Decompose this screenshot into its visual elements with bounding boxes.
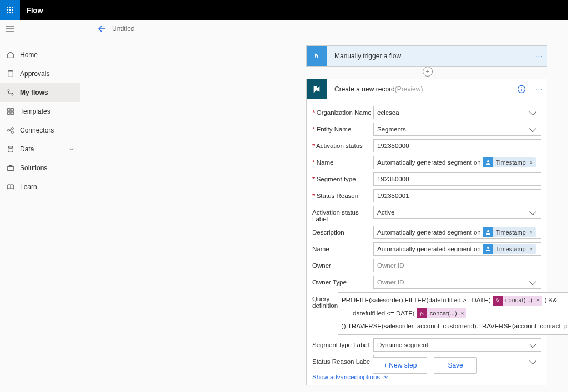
approvals-icon <box>7 70 14 78</box>
dynamic-content-icon <box>483 157 493 167</box>
sidebar-item-approvals[interactable]: Approvals <box>0 64 80 83</box>
info-icon[interactable] <box>517 85 526 94</box>
row-segment-type-label: Segment type Label Dynamic segment <box>312 338 541 352</box>
sidebar-item-label: Learn <box>20 183 37 191</box>
row-name-2: Name Automatically generated segment on … <box>312 242 541 256</box>
sidebar-item-home[interactable]: Home <box>0 45 80 64</box>
svg-point-23 <box>8 146 13 149</box>
svg-rect-24 <box>8 166 14 170</box>
svg-rect-7 <box>9 12 11 13</box>
sidebar-item-solutions[interactable]: Solutions <box>0 159 80 177</box>
status-reason-input[interactable]: 192350001 <box>373 189 541 202</box>
svg-point-14 <box>8 90 9 91</box>
subheader: Untitled <box>0 20 568 38</box>
row-description: Description Automatically generated segm… <box>312 226 541 239</box>
row-query-definition: Query definition PROFILE(salesorder).FIL… <box>312 292 541 335</box>
dynamic-content-icon <box>483 227 493 237</box>
row-owner-type: Owner Type Owner ID <box>312 276 541 289</box>
sidebar-item-label: Data <box>20 145 34 153</box>
templates-icon <box>7 108 14 115</box>
topbar: Flow <box>0 0 568 20</box>
name2-input[interactable]: Automatically generated segment on Times… <box>373 242 541 256</box>
sidebar: Home Approvals My flows Templates Connec… <box>0 38 80 392</box>
fx-icon: fx <box>493 296 503 306</box>
svg-rect-5 <box>12 9 13 11</box>
trigger-title: Manually trigger a flow <box>334 52 531 60</box>
timestamp-token[interactable]: Timestamp × <box>483 244 536 254</box>
owner-type-select[interactable]: Owner ID <box>373 276 541 289</box>
sidebar-item-label: Templates <box>20 108 50 115</box>
sidebar-item-templates[interactable]: Templates <box>0 102 80 121</box>
remove-token-icon[interactable]: × <box>461 309 464 318</box>
data-icon <box>7 145 14 153</box>
activation-status-label-select[interactable]: Active <box>373 206 541 219</box>
action-menu-button[interactable]: ··· <box>531 85 547 94</box>
svg-rect-3 <box>7 9 8 11</box>
svg-rect-2 <box>12 7 13 8</box>
app-launcher[interactable] <box>0 0 20 20</box>
name-input[interactable]: Automatically generated segment on Times… <box>373 156 541 169</box>
hamburger-button[interactable] <box>6 24 14 33</box>
row-segment-type: * Segment type 192350000 <box>312 172 541 186</box>
action-header[interactable]: Create a new record (Preview) ··· <box>307 79 547 99</box>
action-title: Create a new record <box>334 85 395 93</box>
bottom-buttons: + New step Save <box>373 357 477 374</box>
query-definition-input[interactable]: PROFILE(salesorder).FILTER(datefulfilled… <box>338 292 568 335</box>
remove-token-icon[interactable]: × <box>530 230 533 236</box>
dynamics-icon <box>307 79 327 99</box>
fx-concat-token[interactable]: fx concat(...) × <box>493 296 542 306</box>
trigger-card[interactable]: Manually trigger a flow ··· <box>306 45 547 67</box>
fx-icon: fx <box>417 308 427 318</box>
action-card: Create a new record (Preview) ··· * Orga… <box>306 79 547 385</box>
row-activation-status-label: Activation status Label Active <box>312 206 541 222</box>
row-activation-status: * Activation status 192350000 <box>312 139 541 152</box>
svg-rect-4 <box>9 9 11 11</box>
flow-title[interactable]: Untitled <box>112 25 135 33</box>
svg-point-29 <box>487 160 489 162</box>
connectors-icon <box>7 126 14 134</box>
svg-point-15 <box>12 94 13 95</box>
sidebar-item-connectors[interactable]: Connectors <box>0 121 80 140</box>
description-input[interactable]: Automatically generated segment on Times… <box>373 226 541 239</box>
show-advanced-link[interactable]: Show advanced options <box>312 374 541 380</box>
back-button[interactable] <box>98 24 106 33</box>
timestamp-token[interactable]: Timestamp × <box>483 227 536 237</box>
entity-name-select[interactable]: Segments <box>373 123 541 136</box>
solutions-icon <box>7 164 14 172</box>
segment-type-label-select[interactable]: Dynamic segment <box>373 338 541 352</box>
sidebar-item-label: Approvals <box>20 70 49 78</box>
sidebar-item-data[interactable]: Data <box>0 140 80 159</box>
organization-name-select[interactable]: eciesea <box>373 106 541 119</box>
sidebar-item-learn[interactable]: Learn <box>0 177 80 196</box>
timestamp-token[interactable]: Timestamp × <box>483 157 536 167</box>
dynamic-content-icon <box>483 244 493 254</box>
remove-token-icon[interactable]: × <box>536 296 540 305</box>
activation-status-input[interactable]: 192350000 <box>373 139 541 152</box>
svg-point-31 <box>487 247 489 249</box>
new-step-button[interactable]: + New step <box>373 357 427 374</box>
sidebar-item-label: Connectors <box>20 126 54 134</box>
svg-rect-16 <box>8 109 10 111</box>
remove-token-icon[interactable]: × <box>530 246 533 252</box>
owner-input[interactable]: Owner ID <box>373 259 541 272</box>
fx-concat-token[interactable]: fx concat(...) × <box>417 308 467 318</box>
row-name: * Name Automatically generated segment o… <box>312 156 541 169</box>
sidebar-item-myflows[interactable]: My flows <box>0 83 80 102</box>
row-organization-name: * Organization Name eciesea <box>312 106 541 119</box>
row-owner: Owner Owner ID <box>312 259 541 272</box>
svg-rect-6 <box>7 12 8 13</box>
trigger-menu-button[interactable]: ··· <box>531 52 547 60</box>
svg-point-30 <box>487 230 489 232</box>
learn-icon <box>7 183 14 191</box>
svg-point-28 <box>521 87 521 88</box>
chevron-down-icon <box>69 146 74 152</box>
waffle-icon <box>6 6 14 14</box>
sidebar-item-label: Solutions <box>20 164 47 172</box>
segment-type-input[interactable]: 192350000 <box>373 172 541 186</box>
remove-token-icon[interactable]: × <box>530 160 533 166</box>
app-name: Flow <box>27 6 43 14</box>
save-button[interactable]: Save <box>434 357 476 374</box>
canvas: Manually trigger a flow ··· + Create a n… <box>80 38 568 392</box>
svg-rect-0 <box>7 7 8 8</box>
svg-rect-17 <box>11 109 13 111</box>
